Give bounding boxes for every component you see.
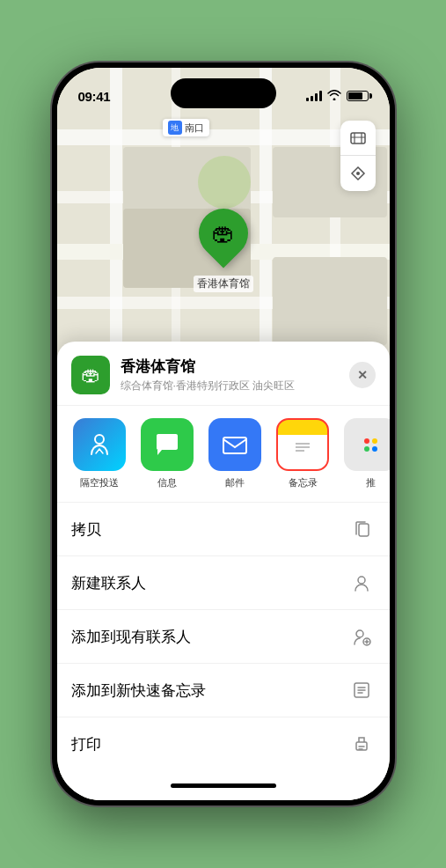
action-new-contact[interactable]: 新建联系人 (57, 556, 390, 610)
action-copy[interactable]: 拷贝 (57, 503, 390, 556)
airdrop-icon (73, 418, 126, 471)
map-type-button[interactable] (340, 121, 376, 156)
notes-label: 备忘录 (289, 476, 318, 489)
signal-icon (306, 91, 322, 101)
add-notes-icon (347, 676, 376, 704)
phone-frame: 地 南口 (52, 63, 395, 805)
dynamic-island (171, 78, 276, 108)
status-icons (306, 90, 369, 103)
svg-point-2 (95, 435, 104, 444)
share-item-notes[interactable]: 备忘录 (274, 418, 332, 489)
venue-subtitle: 综合体育馆·香港特别行政区 油尖旺区 (121, 379, 349, 394)
sheet-header: 🏟 香港体育馆 综合体育馆·香港特别行政区 油尖旺区 ✕ (57, 342, 390, 406)
marker-label: 香港体育馆 (194, 276, 253, 292)
mail-label: 邮件 (225, 476, 245, 489)
airdrop-label: 隔空投送 (80, 476, 119, 489)
mail-icon (208, 418, 261, 471)
status-time: 09:41 (78, 89, 111, 104)
more-label: 推 (366, 476, 376, 489)
messages-label: 信息 (157, 476, 177, 489)
venue-info: 香港体育馆 综合体育馆·香港特别行政区 油尖旺区 (121, 357, 349, 394)
copy-label: 拷贝 (71, 519, 347, 540)
share-item-mail[interactable]: 邮件 (207, 418, 264, 489)
venue-name: 香港体育馆 (121, 357, 349, 377)
action-print[interactable]: 打印 (57, 717, 390, 770)
share-item-airdrop[interactable]: 隔空投送 (71, 418, 128, 489)
copy-icon (347, 515, 376, 543)
svg-point-8 (358, 577, 365, 584)
add-existing-label: 添加到现有联系人 (71, 627, 347, 647)
home-indicator (57, 770, 390, 800)
new-contact-label: 新建联系人 (71, 573, 347, 593)
home-bar (171, 783, 276, 788)
battery-icon (347, 91, 369, 101)
print-icon (347, 730, 376, 758)
messages-icon (141, 418, 194, 471)
new-contact-icon (347, 569, 376, 597)
stadium-marker: 🏟 香港体育馆 (194, 209, 253, 292)
location-label: 地 南口 (163, 119, 209, 136)
svg-rect-0 (351, 133, 365, 143)
add-notes-label: 添加到新快速备忘录 (71, 680, 347, 701)
map-controls (340, 121, 376, 191)
location-text: 南口 (185, 121, 204, 135)
print-label: 打印 (71, 734, 347, 754)
more-icon (344, 418, 390, 471)
bottom-sheet: 🏟 香港体育馆 综合体育馆·香港特别行政区 油尖旺区 ✕ (57, 342, 390, 800)
share-row: 隔空投送 信息 (57, 406, 390, 503)
action-add-existing[interactable]: 添加到现有联系人 (57, 610, 390, 664)
location-button[interactable] (340, 156, 376, 191)
share-item-more[interactable]: 推 (342, 418, 390, 489)
phone-screen: 地 南口 (57, 68, 390, 800)
close-button[interactable]: ✕ (349, 362, 376, 388)
add-existing-icon (347, 622, 376, 651)
svg-point-9 (356, 630, 363, 637)
wifi-icon (327, 90, 341, 103)
venue-icon: 🏟 (71, 356, 110, 394)
share-item-messages[interactable]: 信息 (139, 418, 196, 489)
action-add-notes[interactable]: 添加到新快速备忘录 (57, 664, 390, 717)
svg-rect-3 (223, 438, 246, 453)
notes-icon (276, 418, 329, 471)
venue-icon-glyph: 🏟 (81, 364, 100, 386)
svg-point-1 (356, 172, 360, 175)
svg-rect-7 (359, 524, 369, 536)
